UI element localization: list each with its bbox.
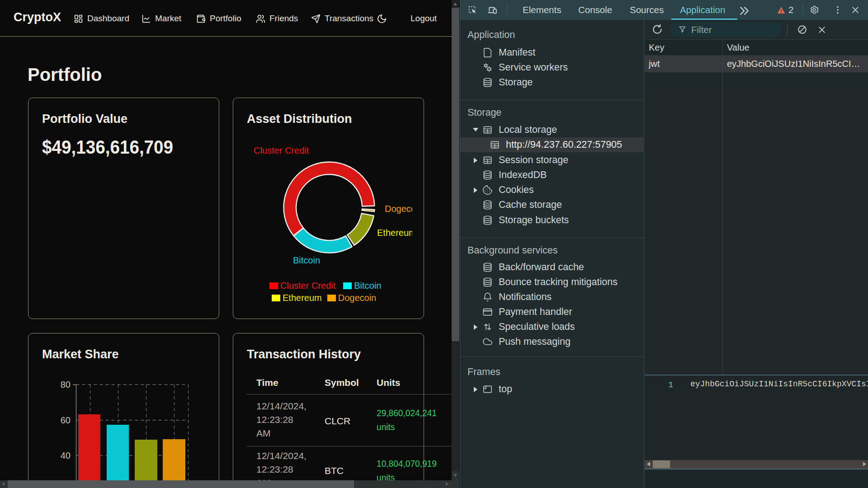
svg-text:40: 40 (61, 450, 71, 460)
svg-text:Bitcoin: Bitcoin (293, 255, 320, 265)
svg-text:Dogecoin: Dogecoin (385, 204, 412, 214)
svg-text:60: 60 (61, 415, 71, 425)
svg-text:Cluster Credit: Cluster Credit (254, 145, 309, 155)
svg-text:Ethereum: Ethereum (377, 228, 412, 238)
svg-text:80: 80 (61, 380, 71, 389)
